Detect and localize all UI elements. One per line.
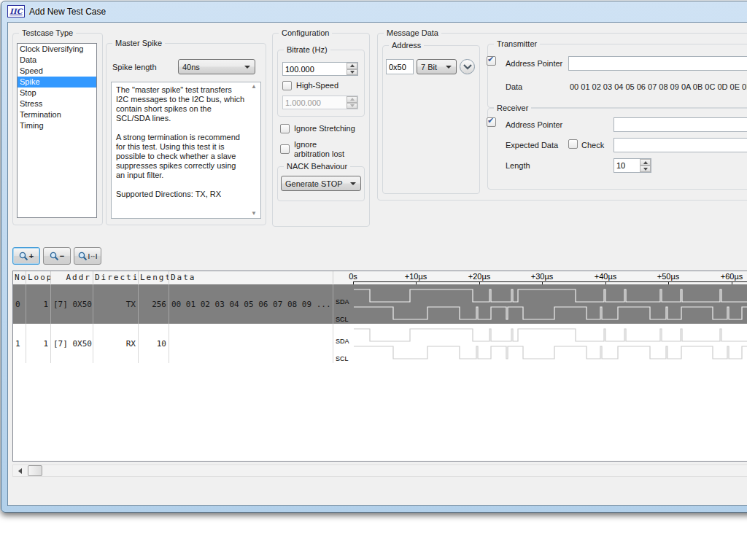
title-bar[interactable]: IIC Add New Test Case [1, 1, 747, 21]
cell-loop: 1 [26, 324, 51, 363]
testcase-listbox[interactable]: Clock DiversifyingDataSpeedSpikeStopStre… [17, 43, 97, 218]
spin-down-icon[interactable] [347, 69, 357, 76]
receiver-address-pointer-input[interactable] [614, 117, 747, 132]
spin-up-icon[interactable] [347, 63, 357, 69]
nack-behaviour-combobox[interactable]: Generate STOP [281, 176, 361, 191]
address-group: Address 7 Bit [382, 45, 480, 194]
chevron-down-icon [446, 66, 452, 69]
receiver-label: Receiver [494, 104, 531, 112]
master-spike-group: Master Spike Spike length 40ns The "mast… [106, 43, 266, 225]
transmitter-address-pointer-checkbox[interactable] [487, 56, 496, 66]
ignore-arbitration-label-line1: Ignore [294, 140, 317, 149]
column-header-loop[interactable]: Loop [26, 271, 51, 284]
length-spinner[interactable] [614, 158, 651, 173]
bitrate-group: Bitrate (Hz) High-Speed [277, 50, 365, 117]
ignore-arbitration-label-line2: arbitration lost [294, 149, 344, 158]
zoom-out-button[interactable]: − [43, 247, 71, 265]
testcase-type-label: Testcase Type [19, 28, 76, 37]
spin-down-icon[interactable] [640, 166, 651, 172]
cell-no: 1 [13, 324, 26, 363]
testcase-item-termination[interactable]: Termination [18, 109, 96, 120]
zoom-in-button[interactable]: + [12, 247, 40, 265]
column-header-data[interactable]: Data [169, 271, 333, 284]
cell-addr: [7] 0X50 [51, 324, 93, 363]
app-icon: IIC [7, 5, 25, 18]
zoom-out-symbol: − [60, 252, 64, 260]
chevron-down-icon [244, 66, 250, 69]
expected-data-label: Expected Data [506, 141, 558, 149]
nack-behaviour-group: NACK Behaviour Generate STOP [277, 166, 365, 201]
timeline: 0s+10µs+20µs+30µs+40µs+50µs+60µs [333, 271, 747, 284]
cell-loop: 1 [26, 284, 51, 324]
testcase-item-data[interactable]: Data [18, 55, 96, 66]
timeline-tick-label: +20µs [468, 272, 491, 281]
scroll-down-icon[interactable]: ▼ [251, 211, 257, 217]
spike-description-box[interactable]: The "master spike" test transfers I2C me… [111, 82, 261, 219]
check-checkbox[interactable] [568, 139, 578, 149]
address-input[interactable] [386, 59, 414, 74]
scroll-left-button[interactable] [15, 466, 26, 475]
ignore-stretching-checkbox[interactable] [280, 124, 290, 133]
bitrate-spinner[interactable] [282, 62, 358, 76]
master-spike-label: Master Spike [112, 39, 165, 47]
message-data-group: Message Data Address 7 Bit Transmitter A… [377, 33, 747, 201]
scrollbar-thumb[interactable] [28, 465, 42, 476]
address-mode-combobox[interactable]: 7 Bit [417, 59, 457, 74]
transmitter-group: Transmitter Address Pointer Data 00 01 0… [487, 44, 747, 108]
zoom-fit-button[interactable]: |↔| [74, 247, 101, 265]
column-header-length[interactable]: Length [139, 271, 169, 284]
testcase-item-stress[interactable]: Stress [18, 98, 96, 109]
scl-trace [354, 307, 747, 319]
spin-down-icon [347, 103, 357, 109]
cell-length: 10 [139, 324, 169, 363]
scroll-left-icon [18, 468, 22, 474]
nack-behaviour-value: Generate STOP [285, 179, 343, 188]
spike-length-label: Spike length [112, 63, 157, 71]
spin-up-icon[interactable] [640, 159, 651, 166]
column-header-direction[interactable]: Direction [93, 271, 139, 284]
address-mode-value: 7 Bit [421, 63, 437, 71]
configuration-group: Configuration Bitrate (Hz) High-Speed Ig… [272, 33, 370, 227]
cell-direction: RX [93, 324, 139, 363]
scl-trace [354, 346, 747, 359]
transmitter-address-pointer-label: Address Pointer [506, 59, 562, 68]
spike-length-value: 40ns [182, 63, 200, 71]
magnifier-icon [78, 252, 88, 261]
scl-label: SCL [336, 355, 349, 362]
check-label: Check [581, 141, 604, 149]
timeline-tick-label: +50µs [657, 272, 680, 281]
description-scrollbar[interactable]: ▲ ▼ [249, 84, 259, 217]
cell-addr: [7] 0X50 [51, 284, 93, 324]
receiver-address-pointer-checkbox[interactable] [487, 117, 496, 127]
timeline-tick-label: +60µs [721, 272, 743, 281]
high-speed-checkbox[interactable] [282, 81, 292, 90]
configuration-label: Configuration [279, 28, 332, 37]
sda-label: SDA [336, 298, 349, 306]
testcase-item-stop[interactable]: Stop [18, 88, 96, 98]
dialog-client-area: Testcase Type Clock DiversifyingDataSpee… [7, 22, 747, 506]
testcase-item-clock-diversifying[interactable]: Clock Diversifying [18, 44, 96, 55]
sda-trace [354, 329, 747, 341]
column-header-no[interactable]: No [13, 271, 26, 284]
length-label: Length [506, 161, 530, 170]
transmitter-data-value[interactable]: 00 01 02 03 04 05 06 07 08 09 0A 0B 0C 0… [570, 82, 747, 91]
message-row[interactable]: 01[7] 0X50TX25600 01 02 03 04 05 06 07 0… [13, 284, 747, 324]
column-header-addr[interactable]: Addr [51, 271, 93, 284]
testcase-item-spike[interactable]: Spike [18, 77, 96, 88]
ignore-arbitration-checkbox[interactable] [280, 144, 290, 154]
spike-length-combobox[interactable]: 40ns [178, 59, 255, 74]
testcase-item-speed[interactable]: Speed [18, 66, 96, 77]
message-grid-panel: NoLoopAddrDirectionLengthData 0s+10µs+20… [12, 271, 747, 462]
horizontal-scrollbar[interactable] [12, 464, 747, 477]
expand-address-button[interactable] [460, 59, 475, 74]
magnifier-icon [19, 252, 28, 261]
scroll-up-icon[interactable]: ▲ [251, 84, 257, 90]
transmitter-data-label: Data [506, 82, 522, 91]
receiver-address-pointer-label: Address Pointer [506, 120, 562, 129]
timeline-tick-label: 0s [349, 272, 357, 281]
message-row[interactable]: 11[7] 0X50RX10SDASCL [13, 324, 747, 363]
timeline-axis [353, 281, 747, 282]
expected-data-input[interactable] [614, 138, 747, 152]
testcase-item-timing[interactable]: Timing [18, 120, 96, 131]
transmitter-address-pointer-input[interactable] [568, 56, 747, 71]
